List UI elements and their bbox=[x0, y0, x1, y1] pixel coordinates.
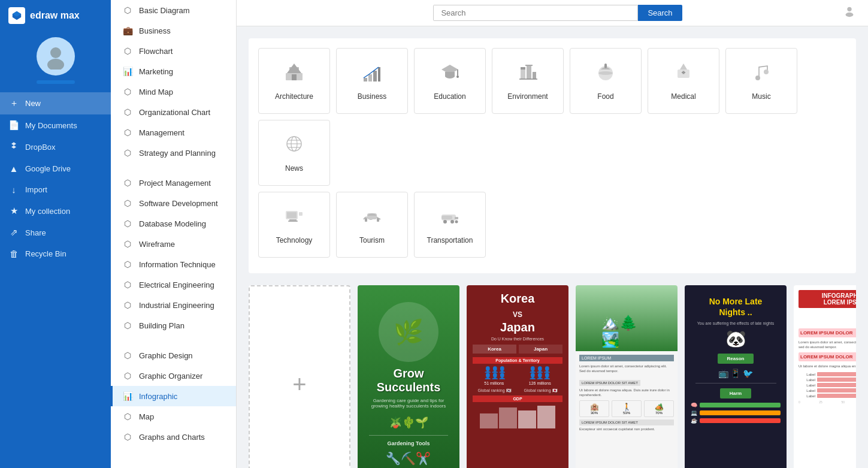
svg-rect-38 bbox=[288, 221, 298, 222]
sec-item-label-business: Business bbox=[139, 26, 171, 35]
music-cat-icon bbox=[751, 61, 772, 87]
sec-item-label-building-plan: Building Plan bbox=[139, 321, 185, 330]
sec-item-marketing[interactable]: 📊 Marketing bbox=[111, 61, 236, 81]
sec-item-project-management[interactable]: ⬡ Project Management bbox=[111, 173, 236, 193]
sec-item-label-industrial-engineering: Industrial Engineering bbox=[139, 301, 214, 310]
sec-item-graphic-design[interactable]: ⬡ Graphic Design bbox=[111, 345, 236, 366]
architecture-cat-icon bbox=[283, 61, 305, 87]
category-education[interactable]: Education bbox=[414, 48, 486, 114]
svg-point-3 bbox=[846, 13, 854, 17]
sidebar-nav-label-dropbox: DropBox bbox=[25, 143, 56, 152]
medical-label: Medical bbox=[671, 92, 695, 101]
search-input[interactable] bbox=[434, 5, 637, 20]
news-label: News bbox=[285, 164, 303, 173]
category-technology[interactable]: Technology bbox=[258, 192, 330, 258]
sec-item-map[interactable]: ⬡ Map bbox=[111, 406, 236, 427]
sidebar-item-new[interactable]: ＋ New bbox=[0, 92, 111, 114]
search-input-wrap bbox=[433, 5, 638, 21]
category-business[interactable]: Business bbox=[336, 48, 408, 114]
secondary-sidebar: ⬡ Basic Diagram 💼 Business ⬡ Flowchart 📊… bbox=[111, 0, 237, 468]
new-template-icon: + bbox=[292, 371, 306, 398]
education-cat-icon bbox=[439, 61, 461, 87]
sidebar-item-import[interactable]: ↓ Import bbox=[0, 179, 111, 200]
sec-item-label-graphs: Graphs and Charts bbox=[139, 433, 205, 442]
sec-item-information-technique[interactable]: ⬡ Information Technique bbox=[111, 254, 236, 274]
sec-item-flowchart[interactable]: ⬡ Flowchart bbox=[111, 41, 236, 61]
category-grid: Architecture Business bbox=[249, 38, 856, 273]
sec-item-strategy[interactable]: ⬡ Strategy and Planning bbox=[111, 143, 236, 163]
svg-rect-36 bbox=[287, 212, 297, 218]
software-dev-icon: ⬡ bbox=[122, 198, 133, 208]
svg-rect-44 bbox=[441, 216, 452, 219]
sidebar-item-dropbox[interactable]: DropBox bbox=[0, 136, 111, 158]
electrical-engineering-icon: ⬡ bbox=[122, 280, 133, 289]
import-icon: ↓ bbox=[8, 185, 19, 195]
sidebar-item-my-documents[interactable]: 📄 My Documents bbox=[0, 114, 111, 136]
category-news[interactable]: News bbox=[258, 120, 330, 186]
category-music[interactable]: Music bbox=[725, 48, 797, 114]
search-button[interactable]: Search bbox=[638, 5, 682, 21]
sidebar-nav-label-my-collection: My collection bbox=[25, 207, 70, 216]
user-profile-icon[interactable] bbox=[843, 5, 856, 21]
template-korea-japan[interactable]: KoreaVSJapan Do U Know their Differences… bbox=[467, 285, 568, 468]
category-tourism[interactable]: Tourism bbox=[336, 192, 408, 258]
sidebar-nav-label-new: New bbox=[25, 99, 41, 108]
sec-item-label-software-development: Software Development bbox=[139, 199, 218, 208]
medical-cat-icon bbox=[673, 61, 694, 87]
sidebar-item-google-drive[interactable]: ▲ Google Drive bbox=[0, 158, 111, 179]
category-environment[interactable]: Environment bbox=[492, 48, 564, 114]
svg-rect-9 bbox=[368, 74, 372, 81]
education-label: Education bbox=[434, 92, 465, 101]
topbar: Search bbox=[237, 0, 868, 26]
sidebar-nav-label-import: Import bbox=[25, 185, 47, 194]
template-lorem-infographic[interactable]: INFOGRAPHICSLOREM IPSUM ⚖️ LOREM IPSUM D… bbox=[794, 285, 856, 468]
building-plan-icon: ⬡ bbox=[122, 321, 133, 330]
sec-item-wireframe[interactable]: ⬡ Wireframe bbox=[111, 234, 236, 254]
template-sleep[interactable]: No More LateNights .. You are suffering … bbox=[685, 285, 787, 468]
template-tourism-info[interactable]: 🏔️🌲🏞️ LOREM IPSUM Lorem ipsum dolor sit … bbox=[576, 285, 678, 468]
sec-item-infographic[interactable]: 📊 Infographic bbox=[111, 386, 236, 406]
sec-item-electrical-engineering[interactable]: ⬡ Electrical Engineering bbox=[111, 274, 236, 295]
management-icon: ⬡ bbox=[122, 128, 133, 137]
svg-rect-47 bbox=[455, 217, 458, 219]
sec-item-label-mind-map: Mind Map bbox=[139, 87, 173, 96]
category-architecture[interactable]: Architecture bbox=[258, 48, 330, 114]
sec-item-building-plan[interactable]: ⬡ Building Plan bbox=[111, 315, 236, 336]
information-technique-icon: ⬡ bbox=[122, 259, 133, 269]
sec-item-basic-diagram[interactable]: ⬡ Basic Diagram bbox=[111, 0, 236, 20]
svg-point-48 bbox=[455, 221, 458, 224]
sec-item-database-modeling[interactable]: ⬡ Database Modeling bbox=[111, 213, 236, 234]
avatar-bar bbox=[37, 80, 75, 84]
sec-item-label-management: Management bbox=[139, 128, 185, 137]
dropbox-icon bbox=[8, 141, 19, 153]
sec-item-label-graphic-design: Graphic Design bbox=[139, 351, 193, 360]
sec-item-mind-map[interactable]: ⬡ Mind Map bbox=[111, 81, 236, 102]
sec-item-business[interactable]: 💼 Business bbox=[111, 20, 236, 41]
template-succulent[interactable]: 🌿 Grow Succulents Gardening care guide a… bbox=[358, 285, 459, 468]
transportation-cat-icon bbox=[439, 205, 461, 231]
svg-point-2 bbox=[847, 7, 851, 11]
sec-item-industrial-engineering[interactable]: ⬡ Industrial Engineering bbox=[111, 295, 236, 315]
svg-marker-6 bbox=[287, 64, 301, 73]
flowchart-icon: ⬡ bbox=[122, 46, 133, 56]
sidebar-item-recycle-bin[interactable]: 🗑 Recycle Bin bbox=[0, 243, 111, 264]
category-food[interactable]: Food bbox=[570, 48, 642, 114]
sec-item-org-chart[interactable]: ⬡ Organizational Chart bbox=[111, 102, 236, 122]
sec-item-management[interactable]: ⬡ Management bbox=[111, 122, 236, 143]
technology-label: Technology bbox=[276, 236, 313, 244]
category-medical[interactable]: Medical bbox=[648, 48, 719, 114]
category-transportation[interactable]: Transportation bbox=[414, 192, 486, 258]
sidebar-item-share[interactable]: ⇗ Share bbox=[0, 222, 111, 243]
left-sidebar: edraw max ＋ New 📄 My Documents DropBox ▲… bbox=[0, 0, 111, 468]
new-template-card[interactable]: + bbox=[249, 285, 350, 468]
project-management-icon: ⬡ bbox=[122, 178, 133, 188]
sec-item-graphs-and-charts[interactable]: ⬡ Graphs and Charts bbox=[111, 427, 236, 447]
technology-cat-icon bbox=[283, 205, 305, 231]
sidebar-item-my-collection[interactable]: ★ My collection bbox=[0, 200, 111, 222]
sidebar-nav-label-google-drive: Google Drive bbox=[25, 164, 71, 173]
sec-item-software-development[interactable]: ⬡ Software Development bbox=[111, 193, 236, 213]
sec-item-label-strategy: Strategy and Planning bbox=[139, 149, 216, 158]
infographic-icon: 📊 bbox=[122, 391, 133, 401]
sec-item-graphic-organizer[interactable]: ⬡ Graphic Organizer bbox=[111, 366, 236, 386]
svg-point-46 bbox=[450, 220, 454, 224]
